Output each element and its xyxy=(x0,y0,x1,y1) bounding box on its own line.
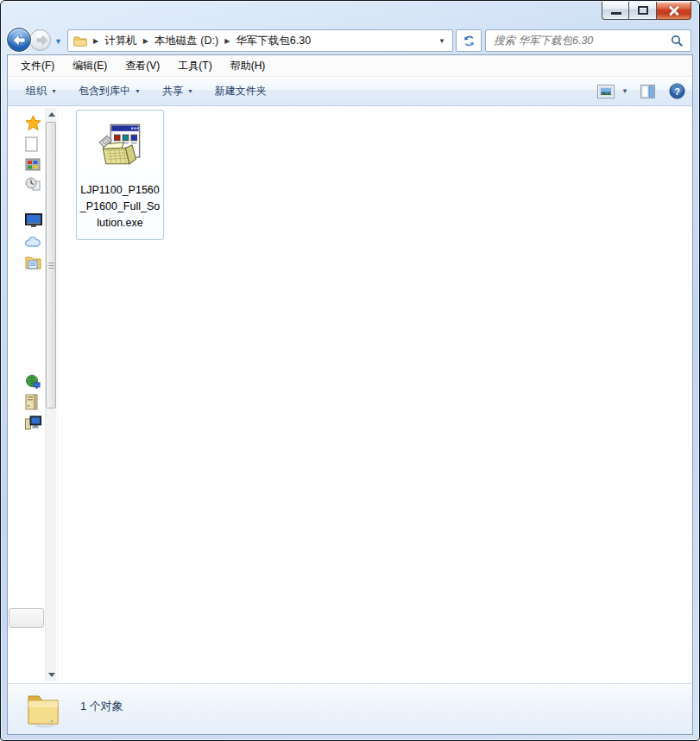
scroll-down-button[interactable] xyxy=(46,668,57,681)
organize-button[interactable]: 组织▼ xyxy=(19,79,64,103)
breadcrumb-current-folder[interactable]: 华军下载包6.30 xyxy=(236,34,311,48)
command-toolbar: 组织▼ 包含到库中▼ 共享▼ 新建文件夹 xyxy=(8,77,692,106)
menu-help[interactable]: 帮助(H) xyxy=(224,56,273,76)
navigation-pane[interactable] xyxy=(8,106,45,683)
nav-pane-vertical-scrollbar[interactable] xyxy=(45,108,56,681)
search-icon[interactable] xyxy=(671,35,684,48)
share-button[interactable]: 共享▼ xyxy=(155,79,200,103)
file-item-selected[interactable]: LJP1100_P1560_P1600_Full_Solution.exe xyxy=(76,110,164,240)
back-arrow-icon xyxy=(13,35,26,46)
preview-pane-icon xyxy=(640,85,655,98)
documents-folder-icon[interactable] xyxy=(25,256,41,269)
minimize-icon xyxy=(611,12,621,15)
toolbar-right-group: ▼ ? xyxy=(597,83,685,99)
refresh-icon xyxy=(463,35,476,48)
refresh-button[interactable] xyxy=(456,29,482,52)
forward-button[interactable] xyxy=(29,29,51,51)
address-folder-icon xyxy=(73,35,87,47)
forward-arrow-icon xyxy=(36,35,47,45)
file-list-area[interactable]: LJP1100_P1560_P1600_Full_Solution.exe xyxy=(57,106,692,683)
search-box xyxy=(485,29,691,52)
menu-bar: 文件(F) 编辑(E) 查看(V) 工具(T) 帮助(H) xyxy=(8,55,692,77)
breadcrumb-separator-icon: ▶ xyxy=(93,37,98,45)
nav-pane-horizontal-scroll-thumb[interactable] xyxy=(9,608,44,628)
include-in-library-button[interactable]: 包含到库中▼ xyxy=(72,79,148,103)
dropdown-caret-icon: ▼ xyxy=(187,88,193,94)
scroll-up-button[interactable] xyxy=(46,108,57,121)
svg-text:?: ? xyxy=(674,86,680,97)
help-button[interactable]: ? xyxy=(669,83,685,99)
libraries-icon[interactable] xyxy=(25,156,41,171)
navigation-bar: ▼ ▶ 计算机 ▶ 本地磁盘 (D:) ▶ 华军下载包6.30 ▼ xyxy=(1,28,699,54)
breadcrumb-computer[interactable]: 计算机 xyxy=(104,34,137,48)
change-view-button[interactable] xyxy=(597,85,615,98)
menu-file[interactable]: 文件(F) xyxy=(14,56,61,76)
scrollbar-grip-icon xyxy=(48,265,54,266)
help-icon: ? xyxy=(669,83,685,99)
computer-icon[interactable] xyxy=(25,415,41,430)
current-folder-icon xyxy=(26,690,60,729)
network-icon[interactable] xyxy=(25,374,41,390)
recent-places-icon[interactable] xyxy=(25,176,41,192)
scrollbar-grip-icon xyxy=(48,263,54,263)
show-preview-pane-button[interactable] xyxy=(640,85,655,98)
menu-edit[interactable]: 编辑(E) xyxy=(66,56,114,76)
breadcrumb-local-disk-d[interactable]: 本地磁盘 (D:) xyxy=(155,34,218,48)
menu-tools[interactable]: 工具(T) xyxy=(171,56,218,76)
explorer-window: ▼ ▶ 计算机 ▶ 本地磁盘 (D:) ▶ 华军下载包6.30 ▼ xyxy=(0,0,700,741)
breadcrumb-separator-icon: ▶ xyxy=(224,37,230,45)
client-area: 文件(F) 编辑(E) 查看(V) 工具(T) 帮助(H) 组织▼ 包含到库中▼… xyxy=(7,54,693,735)
window-controls xyxy=(602,2,691,20)
dropdown-caret-icon: ▼ xyxy=(51,88,57,94)
menu-view[interactable]: 查看(V) xyxy=(118,56,167,76)
close-icon xyxy=(668,10,680,11)
address-dropdown-caret-icon[interactable]: ▼ xyxy=(435,37,449,45)
page-icon[interactable] xyxy=(25,136,39,152)
search-input[interactable] xyxy=(486,35,671,47)
maximize-icon xyxy=(638,6,648,15)
scroll-down-arrow-icon xyxy=(48,673,55,677)
back-button[interactable] xyxy=(7,28,31,52)
favorites-star-icon[interactable] xyxy=(25,115,41,131)
item-count-text: 1 个对象 xyxy=(80,699,123,714)
new-folder-button[interactable]: 新建文件夹 xyxy=(208,79,274,103)
close-button[interactable] xyxy=(657,2,691,20)
desktop-icon[interactable] xyxy=(25,213,42,228)
scroll-up-arrow-icon xyxy=(48,112,55,117)
file-name-label: LJP1100_P1560_P1600_Full_Solution.exe xyxy=(79,182,161,231)
folder-body: LJP1100_P1560_P1600_Full_Solution.exe xyxy=(8,106,692,683)
vertical-scrollbar-thumb[interactable] xyxy=(46,122,56,408)
views-dropdown-caret-icon[interactable]: ▼ xyxy=(621,87,628,95)
drive-tower-icon[interactable] xyxy=(25,394,38,410)
dropdown-caret-icon: ▼ xyxy=(135,88,141,94)
scrollbar-grip-icon xyxy=(48,268,54,269)
cloud-icon[interactable] xyxy=(25,236,41,248)
breadcrumb-separator-icon: ▶ xyxy=(143,37,148,45)
recent-pages-chevron-icon[interactable]: ▼ xyxy=(54,37,62,46)
installer-exe-icon xyxy=(98,122,142,167)
address-bar[interactable]: ▶ 计算机 ▶ 本地磁盘 (D:) ▶ 华军下载包6.30 ▼ xyxy=(67,29,453,52)
minimize-button[interactable] xyxy=(602,2,629,20)
details-pane: 1 个对象 xyxy=(8,683,692,734)
maximize-button[interactable] xyxy=(629,2,657,20)
views-icon xyxy=(597,85,615,98)
